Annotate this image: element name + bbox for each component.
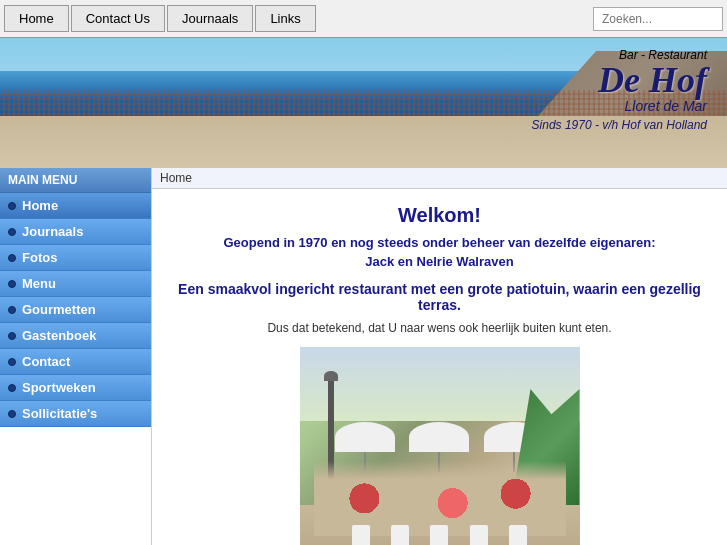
content-body: Welkom! Geopend in 1970 en nog steeds on… <box>152 189 727 545</box>
sidebar-label-menu: Menu <box>22 276 56 291</box>
nav-tab-home[interactable]: Home <box>4 5 69 32</box>
sidebar-item-home[interactable]: Home <box>0 193 151 219</box>
bullet-icon <box>8 306 16 314</box>
bullet-icon <box>8 254 16 262</box>
sidebar-item-gastenboek[interactable]: Gastenboek <box>0 323 151 349</box>
sidebar-item-menu[interactable]: Menu <box>0 271 151 297</box>
bullet-icon <box>8 358 16 366</box>
top-navigation: Home Contact Us Journaals Links <box>0 0 727 38</box>
description-normal: Dus dat betekend, dat U naar wens ook he… <box>172 321 707 335</box>
bullet-icon <box>8 410 16 418</box>
sidebar-label-sollicitaties: Sollicitatie's <box>22 406 97 421</box>
main-layout: MAIN MENU Home Journaals Fotos Menu Gour… <box>0 168 727 545</box>
subtitle-line: Geopend in 1970 en nog steeds onder behe… <box>172 235 707 250</box>
welcome-title: Welkom! <box>172 204 707 227</box>
restaurant-since: Sinds 1970 - v/h Hof van Holland <box>532 118 707 132</box>
bullet-icon <box>8 202 16 210</box>
restaurant-location: Lloret de Mar <box>532 98 707 114</box>
sidebar-label-home: Home <box>22 198 58 213</box>
bullet-icon <box>8 228 16 236</box>
sidebar-label-gourmetten: Gourmetten <box>22 302 96 317</box>
sidebar-item-journaals[interactable]: Journaals <box>0 219 151 245</box>
sidebar-item-gourmetten[interactable]: Gourmetten <box>0 297 151 323</box>
sidebar-item-sportweken[interactable]: Sportweken <box>0 375 151 401</box>
breadcrumb: Home <box>152 168 727 189</box>
bullet-icon <box>8 384 16 392</box>
sidebar-header: MAIN MENU <box>0 168 151 193</box>
sidebar-label-fotos: Fotos <box>22 250 57 265</box>
sidebar-item-fotos[interactable]: Fotos <box>0 245 151 271</box>
restaurant-name: De Hof <box>532 62 707 98</box>
nav-tab-journaals[interactable]: Journaals <box>167 5 253 32</box>
sidebar-label-contact: Contact <box>22 354 70 369</box>
sidebar-item-contact[interactable]: Contact <box>0 349 151 375</box>
owner-name: Jack en Nelrie Walraven <box>172 254 707 269</box>
sidebar: MAIN MENU Home Journaals Fotos Menu Gour… <box>0 168 152 545</box>
content-area: Home Welkom! Geopend in 1970 en nog stee… <box>152 168 727 545</box>
restaurant-overlay: Bar - Restaurant De Hof Lloret de Mar Si… <box>532 48 707 132</box>
restaurant-photo <box>300 347 580 545</box>
nav-tab-contact-us[interactable]: Contact Us <box>71 5 165 32</box>
sidebar-item-sollicitaties[interactable]: Sollicitatie's <box>0 401 151 427</box>
nav-tab-links[interactable]: Links <box>255 5 315 32</box>
bullet-icon <box>8 332 16 340</box>
sidebar-label-journaals: Journaals <box>22 224 83 239</box>
search-input[interactable] <box>593 7 723 31</box>
sidebar-label-gastenboek: Gastenboek <box>22 328 96 343</box>
bullet-icon <box>8 280 16 288</box>
description-bold: Een smaakvol ingericht restaurant met ee… <box>172 281 707 313</box>
header-banner: Bar - Restaurant De Hof Lloret de Mar Si… <box>0 38 727 168</box>
sidebar-label-sportweken: Sportweken <box>22 380 96 395</box>
